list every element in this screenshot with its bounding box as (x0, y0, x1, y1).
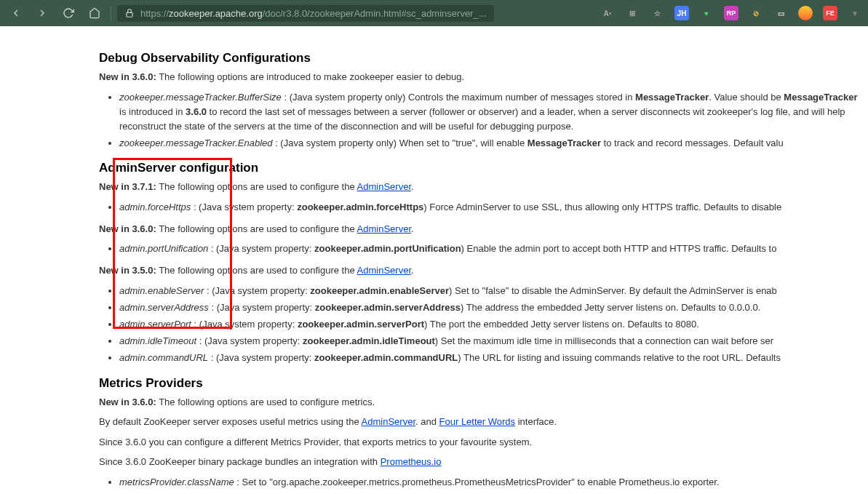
adminserver-link[interactable]: AdminServer (362, 416, 415, 427)
list-item: admin.serverPort : (Java system property… (119, 317, 861, 332)
adminserver-link[interactable]: AdminServer (357, 223, 411, 234)
ext-jh-icon[interactable]: JH (674, 6, 689, 20)
ext-book-icon[interactable]: ▭ (773, 6, 788, 20)
address-bar[interactable]: https://zookeeper.apache.org/doc/r3.8.0/… (117, 5, 494, 22)
translate-icon[interactable]: ⊞ (625, 6, 640, 20)
metrics-p2: Since 3.6.0 you can configure a differen… (99, 435, 861, 450)
browser-toolbar: https://zookeeper.apache.org/doc/r3.8.0/… (0, 0, 868, 26)
list-item: admin.forceHttps : (Java system property… (119, 200, 861, 215)
admin-intro-350: New in 3.5.0: The following options are … (99, 263, 861, 278)
favorite-icon[interactable]: ☆ (650, 6, 664, 20)
extension-icons: A» ⊞ ☆ JH ♥ RP ⊘ ▭ FE ▼ (600, 6, 862, 20)
back-button[interactable] (6, 3, 26, 23)
ext-rp-icon[interactable]: RP (724, 6, 738, 20)
reload-button[interactable] (58, 3, 79, 23)
list-item: zookeeper.messageTracker.BufferSize : (J… (119, 90, 861, 134)
metrics-heading: Metrics Providers (99, 376, 861, 391)
adminserver-link[interactable]: AdminServer (357, 265, 411, 276)
lock-icon (124, 8, 135, 18)
ext-shield-icon[interactable]: ♥ (699, 6, 714, 20)
admin-heading: AdminServer configuration (99, 161, 861, 175)
metrics-p3: Since 3.6.0 ZooKeeper binary package bun… (99, 455, 861, 469)
list-item: admin.serverAddress : (Java system prope… (119, 300, 861, 315)
list-item: zookeeper.messageTracker.Enabled : (Java… (119, 136, 861, 151)
ext-circle-icon[interactable]: ⊘ (749, 6, 763, 20)
home-button[interactable] (84, 3, 105, 23)
page-content: Debug Observability Configurations New i… (0, 26, 868, 494)
ext-v-icon[interactable]: ▼ (848, 6, 862, 20)
admin-intro-371: New in 3.7.1: The following options are … (99, 180, 861, 194)
ext-fe-icon[interactable]: FE (823, 6, 837, 20)
debug-heading: Debug Observability Configurations (99, 51, 861, 65)
admin-intro-360: New in 3.6.0: The following options are … (99, 222, 861, 236)
prometheus-link[interactable]: Prometheus.io (381, 456, 442, 467)
adminserver-link[interactable]: AdminServer (357, 181, 411, 192)
list-item: admin.commandURL : (Java system property… (119, 351, 861, 365)
list-item: admin.portUnification : (Java system pro… (119, 242, 861, 256)
metrics-intro: New in 3.6.0: The following options are … (99, 395, 861, 410)
list-item: admin.idleTimeout : (Java system propert… (119, 334, 861, 348)
url-text: https://zookeeper.apache.org/doc/r3.8.0/… (140, 8, 487, 19)
four-letter-words-link[interactable]: Four Letter Words (439, 416, 516, 427)
svg-rect-0 (127, 12, 132, 17)
forward-button[interactable] (32, 3, 52, 23)
metrics-p1: By default ZooKeeper server exposes usef… (99, 415, 861, 429)
list-item: admin.enableServer : (Java system proper… (119, 284, 861, 298)
read-aloud-icon[interactable]: A» (600, 6, 615, 20)
debug-intro: New in 3.6.0: The following options are … (99, 70, 861, 84)
debug-list: zookeeper.messageTracker.BufferSize : (J… (119, 90, 861, 151)
ext-sun-icon[interactable] (798, 6, 813, 20)
list-item: metricsProvider.className : Set to "org.… (119, 475, 861, 490)
